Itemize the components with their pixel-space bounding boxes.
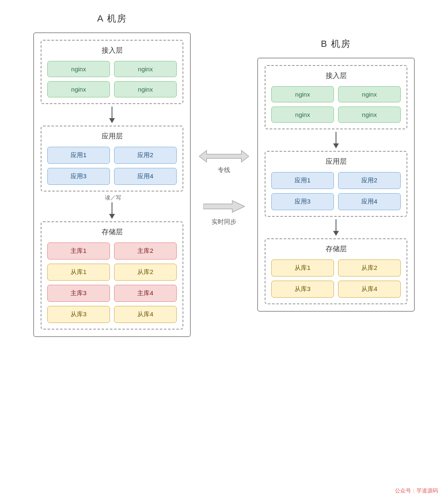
datacenter-a-storage-layer: 存储层 主库1 主库2 从库1 从库2 主库3 主库4 从库3 从库4: [41, 221, 183, 330]
datacenter-a-app-layer: 应用层 应用1 应用2 应用3 应用4: [41, 126, 183, 192]
realtime-sync-connector: 实时同步: [203, 199, 245, 226]
datacenter-a: A 机房 接入层 nginx nginx nginx nginx 应用层: [33, 12, 191, 337]
datacenter-b-storage-layer-title: 存储层: [326, 244, 347, 254]
dedicated-line-label: 专线: [218, 166, 230, 174]
arrow-head: [109, 214, 115, 219]
list-item: 主库1: [47, 243, 110, 259]
list-item: 应用3: [47, 168, 110, 185]
list-item: 从库3: [271, 281, 334, 298]
list-item: 主库4: [114, 285, 177, 302]
realtime-sync-label: 实时同步: [212, 218, 236, 226]
datacenter-b-access-layer: 接入层 nginx nginx nginx nginx: [265, 65, 407, 129]
datacenter-a-outer: 接入层 nginx nginx nginx nginx 应用层 应用1 应用2: [33, 32, 191, 337]
list-item: 从库1: [271, 259, 334, 276]
datacenter-b-access-layer-title: 接入层: [326, 71, 347, 80]
watermark: 公众号：芋道源码: [395, 487, 438, 495]
list-item: 主库2: [114, 243, 177, 259]
dedicated-line-connector: 专线: [199, 149, 249, 174]
main-container: A 机房 接入层 nginx nginx nginx nginx 应用层: [8, 12, 440, 337]
list-item: 从库4: [114, 306, 177, 323]
list-item: 从库2: [114, 264, 177, 281]
list-item: nginx: [47, 61, 110, 77]
list-item: 应用2: [338, 172, 401, 189]
double-arrow-icon: [199, 149, 249, 164]
arrow-head: [333, 231, 339, 236]
list-item: nginx: [271, 86, 334, 102]
datacenter-b-title: B 机房: [321, 38, 351, 50]
list-item: 应用4: [338, 193, 401, 210]
datacenter-b-app-grid: 应用1 应用2 应用3 应用4: [271, 172, 401, 210]
datacenter-a-storage-grid: 主库1 主库2 从库1 从库2 主库3 主库4 从库3 从库4: [47, 243, 177, 323]
list-item: 从库2: [338, 259, 401, 276]
svg-marker-1: [203, 201, 245, 212]
list-item: 应用1: [271, 172, 334, 189]
arrow-a-read-write-label: 读／写: [105, 194, 121, 201]
list-item: 从库3: [47, 306, 110, 323]
datacenter-a-app-grid: 应用1 应用2 应用3 应用4: [47, 147, 177, 185]
arrow-head: [109, 118, 115, 123]
list-item: nginx: [47, 81, 110, 97]
list-item: 应用4: [114, 168, 177, 185]
list-item: 主库3: [47, 285, 110, 302]
list-item: nginx: [338, 107, 401, 123]
datacenter-b-app-layer: 应用层 应用1 应用2 应用3 应用4: [265, 151, 407, 217]
datacenter-b-storage-grid: 从库1 从库2 从库3 从库4: [271, 259, 401, 298]
list-item: nginx: [271, 107, 334, 123]
datacenter-b: B 机房 接入层 nginx nginx nginx nginx 应用层: [257, 38, 415, 312]
svg-marker-0: [199, 150, 249, 162]
datacenter-a-access-layer: 接入层 nginx nginx nginx nginx: [41, 40, 183, 104]
list-item: 从库4: [338, 281, 401, 298]
single-arrow-icon: [203, 199, 245, 216]
datacenter-a-storage-layer-title: 存储层: [102, 227, 123, 237]
datacenter-b-storage-layer: 存储层 从库1 从库2 从库3 从库4: [265, 238, 407, 304]
list-item: 应用3: [271, 193, 334, 210]
arrow-head: [333, 143, 339, 148]
list-item: 应用1: [47, 147, 110, 164]
arrow-line: [112, 107, 112, 118]
list-item: nginx: [338, 86, 401, 102]
datacenter-a-app-layer-title: 应用层: [102, 131, 123, 141]
arrow-a-access-to-app: [109, 107, 115, 123]
middle-connector: 专线 实时同步: [191, 124, 257, 226]
list-item: nginx: [114, 61, 177, 77]
list-item: 从库1: [47, 264, 110, 281]
datacenter-a-nginx-grid: nginx nginx nginx nginx: [47, 61, 177, 97]
arrow-line: [336, 132, 336, 143]
arrow-line: [112, 202, 112, 214]
arrow-a-app-to-storage: 读／写: [103, 194, 121, 219]
datacenter-b-app-layer-title: 应用层: [326, 157, 347, 166]
datacenter-a-title: A 机房: [97, 12, 127, 25]
list-item: 应用2: [114, 147, 177, 164]
arrow-b-access-to-app: [333, 132, 339, 148]
arrow-b-app-to-storage: [333, 219, 339, 236]
datacenter-a-access-layer-title: 接入层: [102, 46, 123, 55]
arrow-line: [336, 219, 336, 231]
datacenter-b-outer: 接入层 nginx nginx nginx nginx 应用层 应用1 应用2: [257, 58, 415, 312]
list-item: nginx: [114, 81, 177, 97]
datacenter-b-nginx-grid: nginx nginx nginx nginx: [271, 86, 401, 123]
